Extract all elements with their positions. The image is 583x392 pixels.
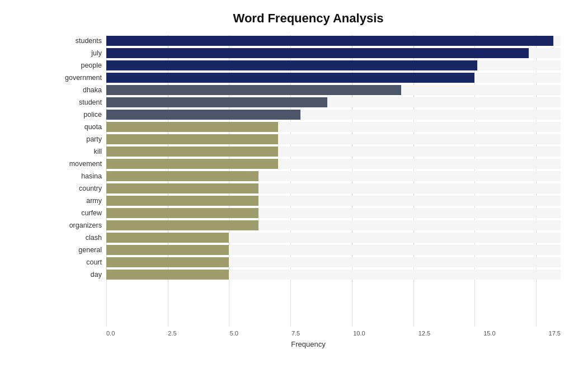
bar-track [106, 183, 561, 193]
bar-label: day [56, 271, 106, 278]
bar-row: dhaka [56, 84, 561, 96]
x-tick: 2.5 [168, 330, 176, 337]
bar-fill [106, 110, 300, 120]
bar-fill [106, 48, 529, 58]
bar-track [106, 159, 561, 169]
bar-label: general [56, 246, 106, 254]
bar-label: clash [56, 234, 106, 242]
bar-row: clash [56, 232, 561, 244]
bar-track [106, 171, 561, 181]
x-tick: 15.0 [483, 330, 495, 337]
bar-fill [106, 97, 327, 107]
bar-label: people [56, 62, 106, 69]
x-tick: 5.0 [230, 330, 238, 337]
chart-area: studentsjulypeoplegovernmentdhakastudent… [56, 35, 561, 348]
x-tick: 17.5 [549, 330, 561, 337]
bar-row: curfew [56, 207, 561, 219]
bar-fill [106, 245, 229, 255]
bar-fill [106, 60, 477, 70]
chart-title: Word Frequency Analysis [56, 11, 561, 26]
bar-label: organizers [56, 221, 106, 229]
x-tick: 0.0 [106, 330, 115, 337]
bar-track [106, 85, 561, 95]
bar-label: dhaka [56, 86, 106, 94]
bar-fill [106, 183, 258, 193]
bar-track [106, 48, 561, 58]
x-tick: 12.5 [419, 330, 430, 337]
bar-fill [106, 171, 258, 181]
bar-label: student [56, 98, 106, 106]
bar-row: student [56, 96, 561, 108]
bar-track [106, 36, 561, 46]
bar-track [106, 245, 561, 255]
bar-fill [106, 85, 401, 95]
bar-row: government [56, 72, 561, 84]
bar-row: police [56, 108, 561, 121]
bar-track [106, 110, 561, 120]
bar-fill [106, 208, 258, 218]
bar-fill [106, 73, 474, 83]
bar-track [106, 196, 561, 206]
bar-fill [106, 196, 258, 206]
bar-track [106, 122, 561, 132]
bar-label: july [56, 49, 106, 57]
bar-track [106, 270, 561, 280]
bar-row: court [56, 256, 561, 268]
bar-row: movement [56, 158, 561, 170]
bar-row: people [56, 59, 561, 72]
bar-row: quota [56, 121, 561, 133]
bar-label: students [56, 37, 106, 45]
bar-label: government [56, 74, 106, 82]
bar-row: hasina [56, 170, 561, 182]
bar-row: party [56, 133, 561, 145]
bar-label: quota [56, 123, 106, 131]
bar-fill [106, 147, 278, 157]
x-axis-ticks: 0.02.55.07.510.012.515.017.5 [106, 330, 561, 337]
bar-row: general [56, 244, 561, 256]
bar-track [106, 208, 561, 218]
bar-row: day [56, 268, 561, 281]
bar-fill [106, 220, 258, 230]
bar-fill [106, 257, 229, 267]
x-tick: 10.0 [353, 330, 365, 337]
bar-track [106, 147, 561, 157]
bar-row: army [56, 195, 561, 207]
bar-row: organizers [56, 219, 561, 232]
bar-label: court [56, 258, 106, 266]
bar-fill [106, 159, 278, 169]
bar-track [106, 97, 561, 107]
bar-label: party [56, 135, 106, 143]
bar-track [106, 60, 561, 70]
bar-label: curfew [56, 209, 106, 217]
bar-row: country [56, 182, 561, 195]
bars-section: studentsjulypeoplegovernmentdhakastudent… [56, 35, 561, 281]
bar-track [106, 233, 561, 243]
bar-fill [106, 36, 553, 46]
bar-label: police [56, 111, 106, 119]
x-tick: 7.5 [292, 330, 300, 337]
bar-fill [106, 122, 278, 132]
bar-fill [106, 270, 229, 280]
x-axis-label: Frequency [56, 340, 561, 348]
bar-track [106, 134, 561, 144]
bar-track [106, 73, 561, 83]
bar-track [106, 257, 561, 267]
bar-fill [106, 134, 278, 144]
bar-row: students [56, 35, 561, 47]
bar-label: army [56, 197, 106, 205]
bar-row: kill [56, 145, 561, 158]
bar-label: hasina [56, 172, 106, 180]
bar-label: movement [56, 160, 106, 168]
bar-label: country [56, 185, 106, 192]
x-axis: 0.02.55.07.510.012.515.017.5 Frequency [56, 327, 561, 348]
bar-label: kill [56, 148, 106, 155]
bar-row: july [56, 47, 561, 59]
bar-fill [106, 233, 229, 243]
bars-wrapper: studentsjulypeoplegovernmentdhakastudent… [56, 35, 561, 327]
chart-container: Word Frequency Analysis studentsjulypeop… [0, 0, 583, 392]
bar-track [106, 220, 561, 230]
